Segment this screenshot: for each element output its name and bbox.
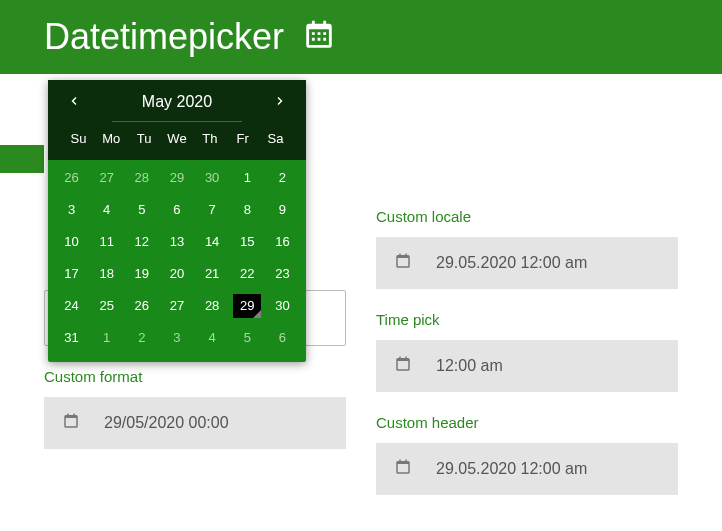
dow-label: Mo: [95, 131, 128, 146]
field-label: Custom format: [44, 368, 346, 385]
popup-pointer: [74, 354, 90, 370]
app-header: Datetimepicker: [0, 0, 722, 74]
page-title: Datetimepicker: [44, 16, 284, 58]
month-label[interactable]: May 2020: [142, 93, 212, 111]
calendar-day[interactable]: 21: [198, 262, 226, 286]
calendar-day[interactable]: 15: [233, 230, 261, 254]
calendar-day[interactable]: 14: [198, 230, 226, 254]
calendar-day[interactable]: 11: [93, 230, 121, 254]
calendar-day[interactable]: 5: [128, 198, 156, 222]
calendar-day[interactable]: 23: [268, 262, 296, 286]
calendar-day[interactable]: 1: [233, 166, 261, 190]
calendar-day[interactable]: 6: [163, 198, 191, 222]
custom-header-group: Custom header 29.05.2020 12:00 am: [376, 414, 678, 495]
dow-label: Sa: [259, 131, 292, 146]
calendar-day[interactable]: 24: [58, 294, 86, 318]
custom-format-input[interactable]: 29/05/2020 00:00: [44, 397, 346, 449]
field-label: Custom header: [376, 414, 678, 431]
calendar-day[interactable]: 22: [233, 262, 261, 286]
calendar-day[interactable]: 27: [163, 294, 191, 318]
input-value: 12:00 am: [436, 357, 503, 375]
input-value: 29.05.2020 12:00 am: [436, 460, 587, 478]
calendar-day[interactable]: 12: [128, 230, 156, 254]
calendar-day[interactable]: 25: [93, 294, 121, 318]
calendar-day[interactable]: 4: [93, 198, 121, 222]
calendar-header: May 2020 SuMoTuWeThFrSa: [48, 80, 306, 160]
calendar-day[interactable]: 28: [128, 166, 156, 190]
time-pick-group: Time pick 12:00 am: [376, 311, 678, 392]
calendar-day[interactable]: 27: [93, 166, 121, 190]
calendar-day[interactable]: 3: [163, 326, 191, 350]
calendar-popup: May 2020 SuMoTuWeThFrSa 2627282930123456…: [48, 80, 306, 362]
calendar-day[interactable]: 26: [128, 294, 156, 318]
calendar-day[interactable]: 29: [233, 294, 261, 318]
calendar-day[interactable]: 8: [233, 198, 261, 222]
calendar-day[interactable]: 6: [268, 326, 296, 350]
custom-locale-group: Custom locale 29.05.2020 12:00 am: [376, 208, 678, 289]
calendar-day[interactable]: 30: [268, 294, 296, 318]
custom-header-input[interactable]: 29.05.2020 12:00 am: [376, 443, 678, 495]
prev-month-button[interactable]: [62, 88, 86, 116]
custom-locale-input[interactable]: 29.05.2020 12:00 am: [376, 237, 678, 289]
calendar-day[interactable]: 5: [233, 326, 261, 350]
calendar-icon: [62, 412, 80, 434]
next-month-button[interactable]: [268, 88, 292, 116]
calendar-day[interactable]: 17: [58, 262, 86, 286]
calendar-day[interactable]: 7: [198, 198, 226, 222]
dow-label: Th: [193, 131, 226, 146]
calendar-day[interactable]: 3: [58, 198, 86, 222]
calendar-day[interactable]: 28: [198, 294, 226, 318]
dow-label: Su: [62, 131, 95, 146]
calendar-day[interactable]: 16: [268, 230, 296, 254]
calendar-day[interactable]: 31: [58, 326, 86, 350]
field-label: Custom locale: [376, 208, 678, 225]
calendar-day[interactable]: 10: [58, 230, 86, 254]
calendar-day[interactable]: 30: [198, 166, 226, 190]
right-column: Custom locale 29.05.2020 12:00 am Time p…: [376, 101, 678, 517]
calendar-day[interactable]: 18: [93, 262, 121, 286]
accent-bar: [0, 145, 44, 173]
dow-label: Tu: [128, 131, 161, 146]
calendar-grid: 2627282930123456789101112131415161718192…: [48, 160, 306, 362]
calendar-day[interactable]: 26: [58, 166, 86, 190]
calendar-icon: [394, 252, 412, 274]
day-of-week-row: SuMoTuWeThFrSa: [62, 122, 292, 154]
calendar-icon: [394, 355, 412, 377]
calendar-icon: [394, 458, 412, 480]
calendar-day[interactable]: 29: [163, 166, 191, 190]
calendar-day[interactable]: 2: [268, 166, 296, 190]
calendar-day[interactable]: 9: [268, 198, 296, 222]
input-value: 29/05/2020 00:00: [104, 414, 229, 432]
calendar-day[interactable]: 4: [198, 326, 226, 350]
calendar-day[interactable]: 19: [128, 262, 156, 286]
field-label: Time pick: [376, 311, 678, 328]
dow-label: We: [161, 131, 194, 146]
time-pick-input[interactable]: 12:00 am: [376, 340, 678, 392]
calendar-day[interactable]: 1: [93, 326, 121, 350]
calendar-day[interactable]: 2: [128, 326, 156, 350]
calendar-day[interactable]: 20: [163, 262, 191, 286]
custom-format-group: Custom format 29/05/2020 00:00: [44, 368, 346, 449]
dow-label: Fr: [226, 131, 259, 146]
calendar-day[interactable]: 13: [163, 230, 191, 254]
calendar-icon: [302, 18, 336, 56]
input-value: 29.05.2020 12:00 am: [436, 254, 587, 272]
